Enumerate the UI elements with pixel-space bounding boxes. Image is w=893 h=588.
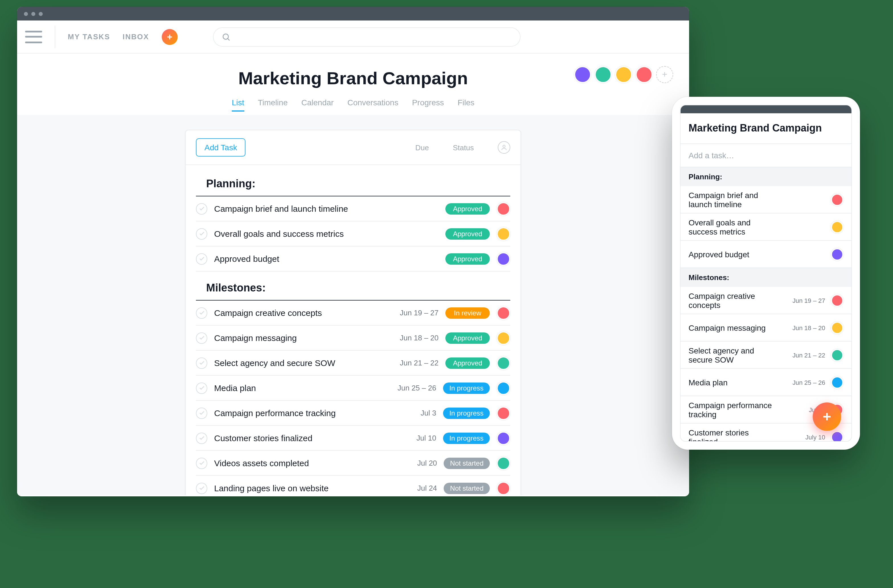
task-assignee-avatar[interactable] <box>497 456 510 470</box>
task-status-pill[interactable]: Approved <box>445 253 490 264</box>
project-members: + <box>574 66 673 83</box>
mobile-section-header[interactable]: Milestones: <box>681 268 851 287</box>
task-due: Jun 19 – 27 <box>384 309 439 317</box>
tab-list[interactable]: List <box>232 94 244 112</box>
menu-icon[interactable] <box>25 30 42 43</box>
window-titlebar <box>17 7 689 21</box>
tab-timeline[interactable]: Timeline <box>258 94 288 112</box>
task-row[interactable]: Approved budgetApproved <box>196 246 510 272</box>
mobile-task-row[interactable]: Select agency and secure SOWJun 21 – 22 <box>681 342 851 369</box>
section-header[interactable]: Milestones: <box>196 272 510 300</box>
tab-files[interactable]: Files <box>458 94 474 112</box>
task-assignee-avatar[interactable] <box>497 202 510 216</box>
mobile-section-header[interactable]: Planning: <box>681 167 851 186</box>
mobile-task-row[interactable]: Media planJun 25 – 26 <box>681 369 851 396</box>
mobile-task-row[interactable]: Campaign creative conceptsJun 19 – 27 <box>681 287 851 314</box>
task-assignee-avatar[interactable] <box>497 481 510 495</box>
task-status-pill[interactable]: Approved <box>445 357 490 369</box>
complete-checkbox[interactable] <box>196 482 207 494</box>
task-status-pill[interactable]: In progress <box>443 407 490 418</box>
task-row[interactable]: Campaign performance trackingJul 3In pro… <box>196 401 510 426</box>
task-assignee-avatar[interactable] <box>831 321 843 334</box>
task-assignee-avatar[interactable] <box>497 306 510 320</box>
task-assignee-avatar[interactable] <box>831 376 843 388</box>
task-row[interactable]: Videos assets completedJul 20Not started <box>196 451 510 476</box>
complete-checkbox[interactable] <box>196 203 207 214</box>
task-row[interactable]: Media planJun 25 – 26In progress <box>196 376 510 401</box>
member-avatar[interactable] <box>636 66 652 83</box>
task-assignee-avatar[interactable] <box>831 430 843 441</box>
complete-checkbox[interactable] <box>196 253 207 264</box>
complete-checkbox[interactable] <box>196 228 207 239</box>
task-row[interactable]: Customer stories finalizedJul 10In progr… <box>196 426 510 451</box>
task-row[interactable]: Campaign messagingJun 18 – 20Approved <box>196 326 510 351</box>
complete-checkbox[interactable] <box>196 382 207 394</box>
task-assignee-avatar[interactable] <box>831 248 843 260</box>
task-status-pill[interactable]: In progress <box>443 382 490 394</box>
mobile-fab-add-button[interactable] <box>813 402 841 431</box>
mobile-task-row[interactable]: Approved budget <box>681 241 851 268</box>
task-due: Jun 21 – 22 <box>384 358 439 367</box>
task-name: Customer stories finalized <box>214 433 375 443</box>
task-name: Media plan <box>689 378 780 387</box>
complete-checkbox[interactable] <box>196 407 207 418</box>
column-due-label: Due <box>415 143 429 152</box>
task-row[interactable]: Select agency and secure SOWJun 21 – 22A… <box>196 351 510 376</box>
task-status-pill[interactable]: Not started <box>444 458 490 469</box>
task-status-pill[interactable]: In review <box>445 307 490 318</box>
complete-checkbox[interactable] <box>196 357 207 369</box>
task-status-pill[interactable]: Approved <box>445 332 490 344</box>
member-avatar[interactable] <box>595 66 612 83</box>
task-status-pill[interactable]: Approved <box>445 203 490 214</box>
complete-checkbox[interactable] <box>196 432 207 444</box>
task-assignee-avatar[interactable] <box>831 349 843 361</box>
nav-inbox[interactable]: INBOX <box>123 33 149 41</box>
task-due: Jun 25 – 26 <box>382 384 436 392</box>
task-assignee-avatar[interactable] <box>497 356 510 370</box>
complete-checkbox[interactable] <box>196 307 207 318</box>
mobile-add-task-input[interactable]: Add a task… <box>681 144 851 167</box>
task-name: Campaign performance tracking <box>689 400 780 418</box>
task-assignee-avatar[interactable] <box>831 294 843 306</box>
member-avatar[interactable] <box>615 66 632 83</box>
task-due: Jun 25 – 26 <box>785 379 825 386</box>
complete-checkbox[interactable] <box>196 332 207 344</box>
task-assignee-avatar[interactable] <box>497 227 510 240</box>
tab-progress[interactable]: Progress <box>412 94 444 112</box>
add-member-button[interactable]: + <box>656 66 673 83</box>
task-assignee-avatar[interactable] <box>497 252 510 266</box>
task-row[interactable]: Campaign brief and launch timelineApprov… <box>196 196 510 221</box>
task-assignee-avatar[interactable] <box>497 331 510 345</box>
section-header[interactable]: Planning: <box>196 167 510 196</box>
member-avatar[interactable] <box>574 66 591 83</box>
mobile-task-row[interactable]: Campaign messagingJun 18 – 20 <box>681 314 851 342</box>
task-status-pill[interactable]: In progress <box>443 432 490 444</box>
complete-checkbox[interactable] <box>196 458 207 469</box>
task-row[interactable]: Landing pages live on websiteJul 24Not s… <box>196 476 510 495</box>
task-assignee-avatar[interactable] <box>831 220 843 233</box>
top-nav: MY TASKS INBOX <box>17 21 689 54</box>
mobile-task-row[interactable]: Campaign brief and launch timeline <box>681 186 851 213</box>
add-task-button[interactable]: Add Task <box>196 138 246 156</box>
task-status-pill[interactable]: Not started <box>444 482 490 494</box>
quick-add-button[interactable] <box>161 29 177 45</box>
svg-point-2 <box>223 34 229 39</box>
task-status-pill[interactable]: Approved <box>445 228 490 239</box>
task-name: Campaign performance tracking <box>214 408 375 418</box>
search-input[interactable] <box>213 27 520 46</box>
tab-calendar[interactable]: Calendar <box>301 94 334 112</box>
task-assignee-avatar[interactable] <box>831 193 843 206</box>
task-assignee-avatar[interactable] <box>497 431 510 445</box>
task-row[interactable]: Campaign creative conceptsJun 19 – 27In … <box>196 300 510 326</box>
mobile-task-row[interactable]: Overall goals and success metrics <box>681 213 851 241</box>
task-row[interactable]: Overall goals and success metricsApprove… <box>196 221 510 246</box>
task-list-card: Add Task Due Status Planning:Campaign br… <box>185 130 521 495</box>
task-assignee-avatar[interactable] <box>497 381 510 395</box>
task-name: Campaign messaging <box>689 323 780 332</box>
task-assignee-avatar[interactable] <box>497 406 510 420</box>
task-name: Customer stories finalized <box>689 428 780 441</box>
mobile-device: Marketing Brand Campaign Add a task… Pla… <box>672 97 860 450</box>
mobile-project-title: Marketing Brand Campaign <box>681 113 851 144</box>
nav-my-tasks[interactable]: MY TASKS <box>68 33 110 41</box>
tab-conversations[interactable]: Conversations <box>347 94 398 112</box>
